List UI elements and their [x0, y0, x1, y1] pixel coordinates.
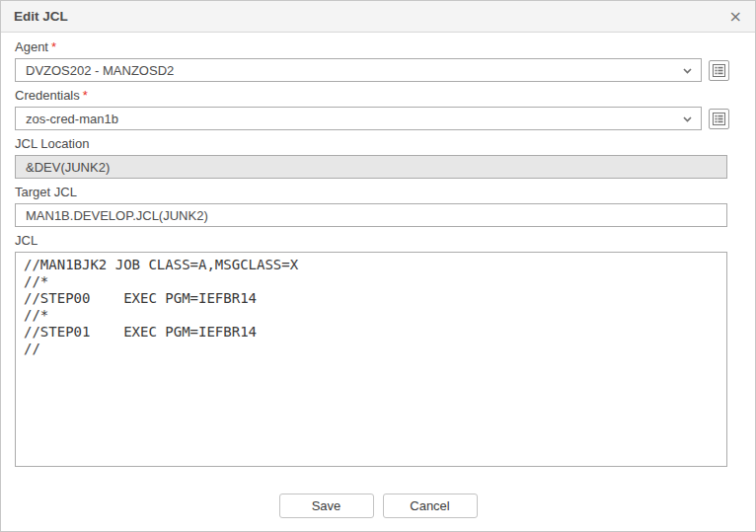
- jcl-label: JCL: [15, 233, 741, 248]
- target-jcl-label-text: Target JCL: [15, 185, 77, 199]
- agent-field: Agent* DVZOS202 - MANZOSD2: [15, 39, 741, 82]
- dialog-footer: Save Cancel: [15, 494, 741, 518]
- credentials-value: zos-cred-man1b: [26, 112, 118, 126]
- dialog-titlebar: Edit JCL ×: [1, 1, 755, 33]
- credentials-picker-button[interactable]: [709, 109, 729, 129]
- jcl-location-label-text: JCL Location: [15, 136, 89, 151]
- agent-label-text: Agent: [15, 39, 48, 54]
- credentials-field: Credentials* zos-cred-man1b: [15, 88, 741, 130]
- target-jcl-label: Target JCL: [15, 185, 741, 199]
- save-button[interactable]: Save: [279, 494, 374, 518]
- jcl-textarea[interactable]: //MAN1BJK2 JOB CLASS=A,MSGCLASS=X //* //…: [15, 252, 727, 467]
- list-picker-icon: [713, 113, 725, 125]
- jcl-location-input: [15, 155, 727, 179]
- credentials-label: Credentials*: [15, 88, 741, 103]
- jcl-location-field: JCL Location: [15, 136, 741, 179]
- chevron-down-icon: [683, 116, 692, 122]
- agent-required-marker: *: [51, 39, 56, 54]
- close-icon[interactable]: ×: [729, 9, 742, 25]
- jcl-label-text: JCL: [15, 233, 38, 248]
- agent-value: DVZOS202 - MANZOSD2: [26, 63, 174, 78]
- target-jcl-input[interactable]: [15, 203, 727, 227]
- jcl-field: JCL //MAN1BJK2 JOB CLASS=A,MSGCLASS=X //…: [15, 233, 741, 467]
- target-jcl-field: Target JCL: [15, 185, 741, 227]
- jcl-location-label: JCL Location: [15, 136, 741, 151]
- agent-combobox[interactable]: DVZOS202 - MANZOSD2: [15, 58, 702, 82]
- edit-jcl-dialog: Edit JCL × Agent* DVZOS202 - MANZOSD2 Cr…: [0, 0, 756, 532]
- credentials-required-marker: *: [83, 88, 88, 103]
- list-picker-icon: [713, 64, 725, 77]
- agent-picker-button[interactable]: [709, 60, 729, 81]
- cancel-button[interactable]: Cancel: [383, 494, 478, 518]
- dialog-body: Agent* DVZOS202 - MANZOSD2 Credentials* …: [1, 33, 755, 518]
- dialog-title: Edit JCL: [14, 9, 68, 24]
- credentials-combobox[interactable]: zos-cred-man1b: [15, 107, 702, 130]
- credentials-label-text: Credentials: [15, 88, 80, 103]
- chevron-down-icon: [683, 68, 692, 74]
- agent-label: Agent*: [15, 39, 741, 54]
